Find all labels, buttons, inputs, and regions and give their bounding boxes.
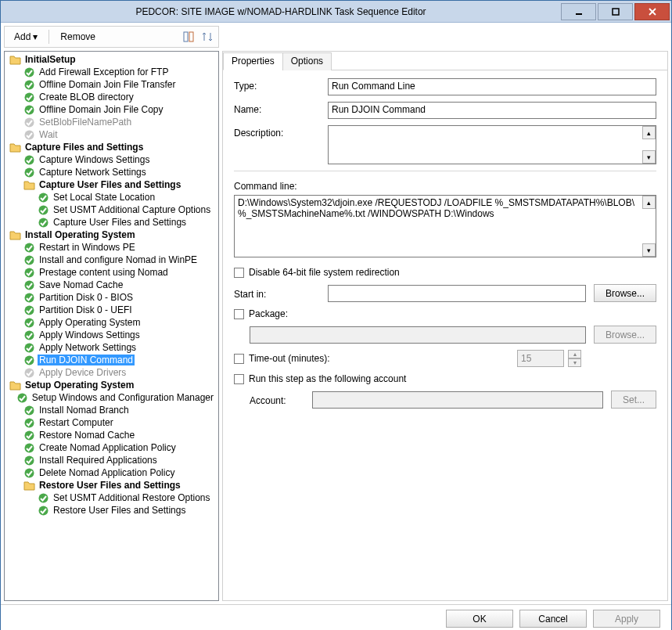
tree-item[interactable]: Apply Operating System — [5, 316, 218, 329]
package-checkbox[interactable] — [234, 309, 244, 319]
maximize-button[interactable] — [598, 3, 633, 20]
tree-item[interactable]: Install and configure Nomad in WinPE — [5, 254, 218, 266]
tree-item[interactable]: Create Nomad Application Policy — [5, 441, 218, 454]
svg-point-27 — [25, 368, 34, 377]
properties-panel: Properties Options Type: Run Command Lin… — [222, 51, 668, 601]
tree-item-label: Restart in Windows PE — [38, 242, 137, 253]
tree-item-label: Restart Computer — [38, 417, 115, 428]
set-account-button: Set... — [611, 391, 656, 409]
tree-item-label: Install Nomad Branch — [38, 405, 131, 416]
task-sequence-tree[interactable]: InitialSetupAdd Firewall Exception for F… — [4, 51, 219, 601]
titlebar[interactable]: PEDCOR: SITE IMAGE w/NOMAD-HARDLINK Task… — [1, 1, 671, 23]
svg-point-36 — [39, 506, 49, 515]
step-ok-icon — [38, 192, 49, 203]
svg-point-20 — [25, 280, 34, 290]
tree-item[interactable]: Capture User Files and Settings — [5, 178, 218, 191]
minimize-button[interactable] — [561, 3, 596, 20]
tree-item[interactable]: Setup Operating System — [5, 379, 218, 391]
tab-properties[interactable]: Properties — [223, 52, 283, 70]
tree-item[interactable]: Offline Domain Join File Copy — [5, 103, 218, 116]
cancel-button[interactable]: Cancel — [519, 610, 587, 628]
tree-item[interactable]: Run DJOIN Command — [5, 354, 218, 366]
tree-item[interactable]: Partition Disk 0 - UEFI — [5, 304, 218, 316]
startin-field[interactable] — [328, 285, 586, 302]
tree-item[interactable]: Add Firewall Exception for FTP — [5, 66, 218, 78]
tree-item[interactable]: Restore Nomad Cache — [5, 429, 218, 441]
disable64-checkbox[interactable] — [234, 268, 244, 278]
tree-item[interactable]: Install Required Applications — [5, 454, 218, 466]
tree-item-label: Create BLOB directory — [38, 92, 135, 103]
tree-item-label: Partition Disk 0 - BIOS — [38, 292, 135, 303]
tree-item[interactable]: Prestage content using Nomad — [5, 266, 218, 279]
svg-rect-0 — [576, 13, 582, 15]
tree-item[interactable]: Offline Domain Join File Transfer — [5, 78, 218, 91]
tree-item[interactable]: Apply Device Drivers — [5, 366, 218, 379]
tree-item-label: Prestage content using Nomad — [38, 267, 170, 278]
step-ok-icon — [38, 492, 49, 504]
tree-item[interactable]: Delete Nomad Application Policy — [5, 466, 218, 479]
scroll-down-icon[interactable]: ▾ — [642, 243, 656, 257]
add-button[interactable]: Add▾ — [9, 30, 42, 44]
tree-item[interactable]: SetBlobFileNamePath — [5, 116, 218, 128]
svg-point-13 — [25, 167, 34, 177]
tree-item[interactable]: InitialSetup — [5, 53, 218, 66]
svg-point-33 — [25, 455, 34, 465]
scroll-down-icon[interactable]: ▾ — [642, 150, 656, 164]
tree-item[interactable]: Create BLOB directory — [5, 91, 218, 103]
tree-item[interactable]: Restart Computer — [5, 416, 218, 429]
cmdline-label: Command line: — [234, 181, 656, 192]
cmdline-field[interactable]: D:\Windows\System32\djoin.exe /REQUESTOD… — [234, 195, 656, 257]
tree-item[interactable]: Restore User Files and Settings — [5, 479, 218, 491]
tree-item[interactable]: Set Local State Location — [5, 191, 218, 203]
tree-item[interactable]: Setup Windows and Configuration Manager — [5, 391, 218, 404]
svg-point-24 — [25, 330, 34, 340]
scroll-up-icon[interactable]: ▴ — [642, 196, 656, 209]
step-ok-icon — [23, 304, 35, 316]
tree-item[interactable]: Set USMT Additional Restore Options — [5, 491, 218, 504]
properties-icon[interactable] — [182, 31, 195, 43]
svg-point-26 — [25, 355, 34, 365]
tree-item-label: Capture Network Settings — [38, 167, 148, 178]
step-ok-icon — [16, 392, 28, 404]
tree-item[interactable]: Partition Disk 0 - BIOS — [5, 291, 218, 304]
runas-checkbox[interactable] — [234, 374, 244, 384]
svg-point-18 — [25, 255, 34, 265]
tree-item[interactable]: Install Operating System — [5, 229, 218, 241]
tree-item-label: Capture Files and Settings — [23, 142, 145, 153]
tree-item[interactable]: Capture User Files and Settings — [5, 216, 218, 229]
svg-point-22 — [25, 305, 34, 315]
tree-item[interactable]: Capture Windows Settings — [5, 153, 218, 166]
name-field[interactable]: Run DJOIN Command — [328, 102, 656, 119]
svg-point-8 — [25, 92, 34, 102]
step-ok-icon — [38, 204, 49, 216]
browse-startin-button[interactable]: Browse... — [594, 284, 656, 302]
tree-item[interactable]: Capture Files and Settings — [5, 141, 218, 153]
tree-item[interactable]: Apply Network Settings — [5, 341, 218, 354]
tree-item[interactable]: Apply Windows Settings — [5, 329, 218, 341]
tree-item[interactable]: Save Nomad Cache — [5, 279, 218, 291]
folder-icon — [9, 142, 21, 153]
close-button[interactable] — [634, 3, 670, 20]
tree-item[interactable]: Restart in Windows PE — [5, 241, 218, 254]
description-field[interactable]: ▴▾ — [328, 125, 656, 164]
tree-item[interactable]: Wait — [5, 128, 218, 141]
tree-item-label: Capture User Files and Settings — [52, 217, 188, 228]
timeout-checkbox[interactable] — [234, 354, 244, 364]
tree-item[interactable]: Set USMT Additional Capture Options — [5, 203, 218, 216]
scroll-up-icon[interactable]: ▴ — [642, 126, 656, 139]
svg-point-35 — [39, 493, 49, 502]
reorder-icon[interactable] — [201, 31, 214, 43]
remove-button[interactable]: Remove — [56, 30, 100, 44]
tree-item[interactable]: Capture Network Settings — [5, 166, 218, 178]
tree-item-label: Setup Windows and Configuration Manager — [31, 392, 215, 403]
tree-item[interactable]: Restore User Files and Settings — [5, 504, 218, 517]
step-ok-icon — [23, 242, 35, 254]
tree-item[interactable]: Install Nomad Branch — [5, 404, 218, 416]
window-title: PEDCOR: SITE IMAGE w/NOMAD-HARDLINK Task… — [1, 6, 561, 17]
svg-point-30 — [25, 418, 34, 427]
step-ok-icon — [23, 430, 35, 441]
tab-options[interactable]: Options — [282, 52, 332, 70]
ok-button[interactable]: OK — [446, 610, 513, 628]
tree-item-label: Restore User Files and Settings — [38, 480, 182, 491]
tree-item-label: Set Local State Location — [52, 192, 156, 203]
